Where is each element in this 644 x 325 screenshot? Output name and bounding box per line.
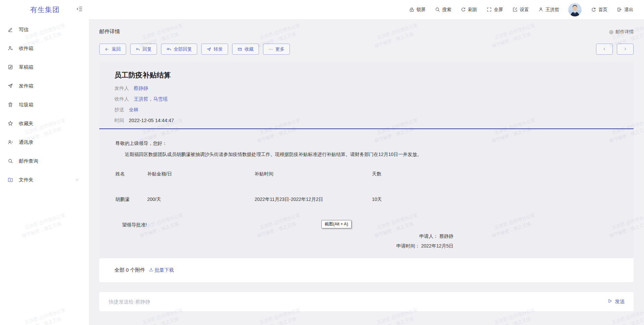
cc-link[interactable]: 全林 — [129, 107, 139, 113]
sender-link[interactable]: 蔡静静 — [134, 85, 149, 92]
fullscreen-button[interactable]: 全屏 — [486, 7, 503, 13]
app-window: 有生集团 锁屏 搜索 刷新 全屏 设置 — [0, 0, 644, 325]
mail-header: 员工防疫补贴结算 发件人 蔡静静 收件人 王洪哲，马雪瑶 抄送 全林 时间 20… — [99, 62, 634, 124]
cell-amount: 200/天 — [147, 177, 255, 203]
home-button[interactable]: 首页 — [591, 7, 607, 13]
forward-button[interactable]: 转发 — [201, 44, 228, 55]
forward-icon — [207, 47, 211, 52]
attachment-bar: 全部 0 个附件 批量下载 — [99, 258, 634, 282]
trash-icon — [7, 102, 13, 108]
user-avatar[interactable] — [568, 3, 582, 16]
arrow-left-icon — [105, 47, 109, 52]
fullscreen-icon — [486, 7, 492, 12]
inbox-user-icon — [7, 45, 13, 51]
search-button[interactable]: 搜索 — [435, 7, 451, 13]
screenshot-tooltip: 截图(Alt + A) — [321, 220, 352, 228]
contacts-icon — [7, 139, 13, 145]
chevron-right-icon — [623, 46, 627, 52]
cell-period: 2022年11月23日-2022年12月2日 — [255, 177, 372, 203]
cell-days: 10天 — [372, 177, 451, 203]
sidebar: 写信 收件箱 草稿箱 发件箱 垃圾箱 收藏夹 通讯录 邮件查询 — [0, 19, 89, 325]
sidebar-collapse-icon[interactable] — [76, 6, 83, 13]
batch-download-button[interactable]: 批量下载 — [149, 267, 174, 273]
user-icon — [538, 7, 544, 12]
applicant-line: 申请人： 蔡静静 — [115, 231, 453, 241]
mail-paragraph: 近期福田区数据团队成员胡鹏濠被抽调沙头街道参加疫情数据处理工作。现根据防疫补贴标… — [115, 151, 619, 158]
sidebar-item-sent[interactable]: 发件箱 — [0, 76, 89, 95]
prev-mail-button[interactable] — [596, 44, 613, 55]
table-row: 胡鹏濠 200/天 2022年11月23日-2022年12月2日 10天 — [115, 177, 451, 203]
sidebar-item-inbox[interactable]: 收件箱 — [0, 39, 89, 58]
logout-button[interactable]: 退出 — [616, 7, 633, 13]
sidebar-item-folders[interactable]: 文件夹 — [0, 170, 89, 189]
more-button[interactable]: 更多 — [263, 44, 290, 55]
lock-screen-button[interactable]: 锁屏 — [409, 7, 426, 13]
current-user-button[interactable]: 王洪哲 — [538, 7, 559, 13]
chevron-down-icon[interactable] — [75, 177, 79, 182]
mail-closing: 望领导批准! — [115, 222, 619, 228]
mail-meta-time: 时间 2022-12-05 14:44:47 — [114, 117, 619, 124]
breadcrumb: ◎ 邮件详情 — [609, 29, 634, 35]
chevron-left-icon — [602, 46, 606, 52]
draft-icon — [7, 64, 13, 70]
sidebar-item-compose[interactable]: 写信 — [0, 20, 89, 39]
cell-name: 胡鹏濠 — [115, 177, 147, 203]
mail-meta-to: 收件人 王洪哲，马雪瑶 — [114, 96, 619, 102]
lock-icon — [409, 7, 415, 12]
pin-icon: ◎ — [609, 29, 613, 35]
send-triangle-icon — [607, 299, 612, 305]
collect-icon — [237, 47, 242, 52]
refresh-button[interactable]: 刷新 — [461, 7, 477, 13]
more-icon — [268, 47, 273, 52]
folder-plus-icon — [7, 177, 13, 183]
settings-icon — [512, 7, 518, 12]
col-name: 姓名 — [115, 171, 147, 177]
sidebar-item-contacts[interactable]: 通讯录 — [0, 133, 89, 152]
mail-greeting: 尊敬的上级领导，您好： — [115, 141, 619, 147]
sidebar-item-drafts[interactable]: 草稿箱 — [0, 58, 89, 76]
brand-logo: 有生集团 — [0, 5, 89, 14]
mail-card: 员工防疫补贴结算 发件人 蔡静静 收件人 王洪哲，马雪瑶 抄送 全林 时间 20… — [99, 62, 634, 282]
signature-block: 申请人： 蔡静静 申请时间： 2022年12月5日 — [115, 231, 619, 251]
back-button[interactable]: 返回 — [99, 44, 126, 55]
toolbar: 返回 回复 全部回复 转发 收藏 — [99, 44, 634, 55]
apply-date-line: 申请时间： 2022年12月5日 — [115, 241, 453, 251]
page-title: 邮件详情 — [99, 28, 120, 35]
col-period: 补贴时间 — [255, 171, 372, 177]
collect-button[interactable]: 收藏 — [232, 44, 259, 55]
sidebar-item-trash[interactable]: 垃圾箱 — [0, 95, 89, 114]
reply-icon — [136, 47, 140, 52]
send-button[interactable]: 发送 — [607, 299, 625, 305]
mail-subject: 员工防疫补贴结算 — [114, 70, 619, 80]
subsidy-table: 姓名 补贴金额/日 补贴时间 天数 胡鹏濠 200/天 2022年11月23日-… — [115, 171, 451, 203]
page-header: 邮件详情 ◎ 邮件详情 — [99, 28, 634, 35]
sidebar-item-favorites[interactable]: 收藏夹 — [0, 114, 89, 133]
reply-button[interactable]: 回复 — [130, 44, 157, 55]
main-content: 邮件详情 ◎ 邮件详情 返回 回复 全部回复 — [89, 19, 644, 325]
topbar-actions: 锁屏 搜索 刷新 全屏 设置 王洪哲 — [409, 3, 644, 16]
reply-all-button[interactable]: 全部回复 — [161, 44, 197, 55]
settings-button[interactable]: 设置 — [512, 7, 529, 13]
attachment-summary: 全部 0 个附件 — [114, 267, 145, 273]
col-amount: 补贴金额/日 — [147, 171, 255, 177]
topbar: 有生集团 锁屏 搜索 刷新 全屏 设置 — [0, 0, 644, 19]
next-mail-button[interactable] — [617, 44, 634, 55]
home-icon — [591, 7, 596, 12]
recipients-link[interactable]: 王洪哲，马雪瑶 — [134, 96, 168, 102]
mail-meta-cc: 抄送 全林 — [114, 107, 619, 113]
search-icon — [7, 158, 13, 164]
pencil-icon — [7, 26, 13, 33]
logout-icon — [616, 7, 622, 12]
table-header-row: 姓名 补贴金额/日 补贴时间 天数 — [115, 171, 451, 177]
quick-send-bar: 发送 — [99, 292, 634, 311]
sidebar-item-mail-search[interactable]: 邮件查询 — [0, 152, 89, 170]
col-days: 天数 — [372, 171, 451, 177]
download-icon — [149, 267, 154, 273]
star-icon — [7, 120, 13, 126]
paper-plane-icon — [7, 83, 13, 89]
quick-send-input[interactable] — [108, 299, 607, 305]
search-icon — [435, 7, 440, 12]
reply-all-icon — [166, 47, 171, 52]
refresh-icon — [461, 7, 466, 12]
mail-time: 2022-12-05 14:44:47 — [129, 118, 174, 123]
